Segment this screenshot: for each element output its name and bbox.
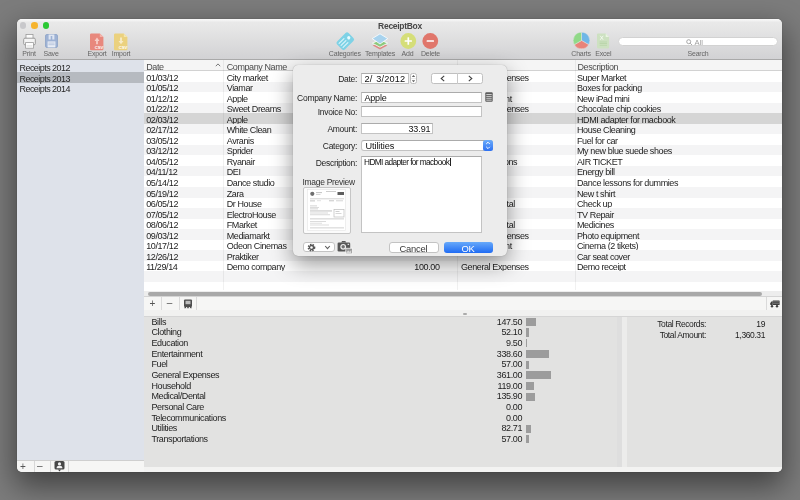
svg-text:CSV: CSV (95, 45, 104, 50)
svg-text:CSV: CSV (119, 45, 128, 50)
